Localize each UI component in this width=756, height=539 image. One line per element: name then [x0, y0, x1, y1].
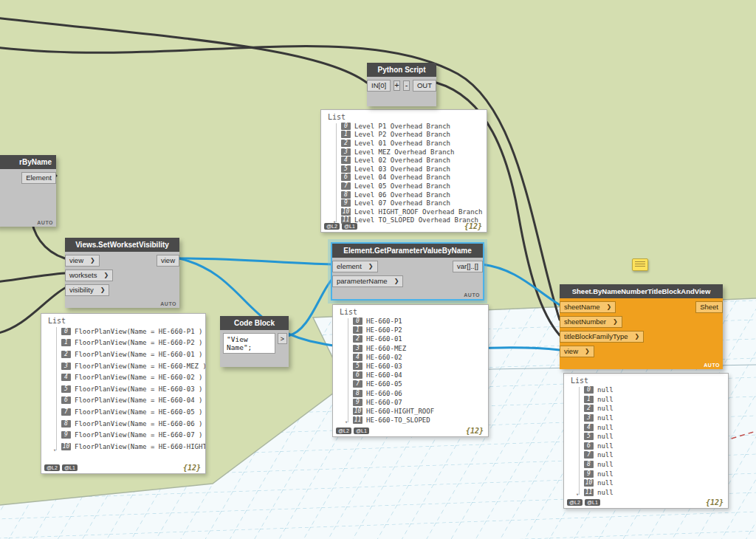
list-item: 2HE-660-01 [353, 334, 488, 343]
port-element-output[interactable]: Element [21, 172, 56, 184]
lacing-level-badge[interactable]: @L1 [342, 223, 357, 230]
dynamo-canvas[interactable]: List 0Level P1 Overhead Branch1Level P2 … [0, 0, 756, 539]
list-item: 3FloorPlanView(Name = HE-660-MEZ ) [61, 360, 205, 372]
preview-bubble-view-names[interactable]: List 0HE-660-P11HE-660-P22HE-660-013HE-6… [332, 304, 489, 437]
node-get-parameter-value-by-name[interactable]: Element.GetParameterValueByName element❯… [332, 244, 483, 299]
list-item: 9Level 07 Overhead Branch [341, 199, 487, 207]
port-parametername-input[interactable]: parameterName❯ [332, 275, 403, 287]
list-item: 10FloorPlanView(Name = HE-660-HIGHT [61, 441, 205, 453]
wire-selected[interactable] [288, 279, 332, 336]
lacing-badge[interactable]: AUTO [464, 292, 480, 298]
preview-bubble-levels[interactable]: List 0Level P1 Overhead Branch1Level P2 … [320, 109, 487, 233]
list-item: 1Level P2 Overhead Branch [341, 131, 487, 140]
item-count: {12} [464, 222, 482, 230]
node-code-block[interactable]: Code Block "View Name"; > [220, 316, 289, 367]
port-element-input[interactable]: element❯ [332, 261, 378, 272]
preview-bubble-floorplans[interactable]: List 0FloorPlanView(Name = HE-660-P1 )1F… [41, 313, 206, 474]
list-item: 11HE-660-TO_SLOPED [353, 416, 488, 425]
remove-input-button[interactable]: - [403, 80, 410, 91]
lacing-level-badge[interactable]: @L2 [336, 428, 351, 434]
list-item: 2Level 01 Overhead Branch [341, 139, 487, 148]
preview-bubble-nulls[interactable]: List 0null1null2null3null4null5null6null… [563, 373, 729, 509]
node-title[interactable]: Element.GetParameterValueByName [332, 244, 483, 258]
lacing-level-badge[interactable]: @L1 [585, 499, 600, 506]
lacing-level-badge[interactable]: @L2 [567, 499, 583, 506]
port-arrow-icon: ❯ [368, 261, 374, 272]
wire-selected[interactable] [179, 258, 332, 264]
list-rows: 0Level P1 Overhead Branch1Level P2 Overh… [321, 122, 487, 224]
list-label: List [564, 374, 728, 385]
lacing-badge[interactable]: AUTO [704, 363, 720, 368]
node-title[interactable]: Python Script [367, 63, 436, 77]
item-count: {12} [466, 427, 484, 435]
list-item: 2null [584, 404, 728, 413]
port-titleblockfamilytype-input[interactable]: titleBlockFamilyType❯ [560, 331, 644, 343]
list-item: 10HE-660-HIGHT_ROOF [353, 407, 488, 416]
node-title[interactable]: Views.SetWorksetVisibility [65, 238, 179, 252]
node-views-set-workset-visibility[interactable]: Views.SetWorksetVisibility view❯ view wo… [65, 238, 179, 308]
port-arrow-icon: ❯ [103, 270, 109, 281]
port-worksets-input[interactable]: worksets❯ [65, 270, 113, 281]
list-item: 5FloorPlanView(Name = HE-660-03 ) [61, 383, 205, 395]
list-item: 1HE-660-P2 [353, 326, 488, 334]
add-input-button[interactable]: + [394, 80, 400, 91]
port-out[interactable]: OUT [413, 80, 436, 92]
list-label: List [41, 314, 205, 326]
list-item: 8FloorPlanView(Name = HE-660-06 ) [61, 418, 205, 430]
port-code-output[interactable]: > [278, 333, 287, 344]
port-view-input[interactable]: view❯ [560, 346, 594, 357]
port-view-output[interactable]: view [157, 255, 179, 267]
list-item: 9null [584, 469, 728, 478]
list-item: 2FloorPlanView(Name = HE-660-01 ) [61, 349, 205, 360]
port-arrow-icon: ❯ [607, 302, 612, 312]
port-sheetnumber-input[interactable]: sheetNumber❯ [560, 316, 622, 328]
list-label: List [333, 305, 488, 317]
port-sheetname-input[interactable]: sheetName❯ [560, 301, 616, 313]
list-item: 8Level 06 Overhead Branch [341, 190, 487, 199]
list-item: 7Level 05 Overhead Branch [341, 182, 487, 190]
port-sheet-output[interactable]: Sheet [695, 301, 723, 313]
list-label: List [321, 110, 487, 122]
list-item: 6FloorPlanView(Name = HE-660-04 ) [61, 395, 205, 407]
list-item: 0FloorPlanView(Name = HE-660-P1 ) [61, 326, 205, 337]
port-arrow-icon: ❯ [100, 285, 106, 295]
node-title[interactable]: rByName [0, 155, 56, 169]
wire[interactable] [0, 18, 367, 83]
list-item: 5Level 03 Overhead Branch [341, 165, 487, 174]
list-item: 0HE-660-P1 [353, 317, 488, 326]
port-view-input[interactable]: view❯ [65, 255, 100, 267]
lacing-level-badge[interactable]: @L2 [44, 464, 60, 471]
port-var-output[interactable]: var[]..[] [453, 261, 483, 272]
port-in0[interactable]: IN[0] [367, 80, 391, 92]
lacing-badge[interactable]: AUTO [37, 220, 53, 225]
lacing-badge[interactable]: AUTO [160, 301, 176, 306]
list-item: 1FloorPlanView(Name = HE-660-P2 ) [61, 337, 205, 349]
wire-selected[interactable] [482, 264, 560, 305]
list-item: 3null [584, 413, 728, 423]
lacing-level-badge[interactable]: @L1 [62, 464, 78, 471]
port-arrow-icon: ❯ [613, 317, 618, 327]
port-visibility-input[interactable]: visibility❯ [65, 284, 109, 296]
item-count: {12} [706, 498, 724, 507]
lacing-level-badge[interactable]: @L2 [324, 223, 340, 230]
code-block-editor[interactable]: "View Name"; [223, 333, 275, 354]
note-icon[interactable] [632, 258, 648, 271]
node-title[interactable]: Sheet.ByNameNumberTitleBlockAndView [560, 284, 723, 298]
node-python-script[interactable]: Python Script IN[0] + - OUT [367, 63, 436, 106]
list-rows: 0FloorPlanView(Name = HE-660-P1 )1FloorP… [41, 326, 205, 453]
list-item: 6HE-660-04 [353, 371, 488, 380]
list-item: 4null [584, 422, 728, 432]
node-title[interactable]: Code Block [220, 316, 289, 330]
node-rbyname-clipped[interactable]: rByName Element AUTO [0, 155, 56, 227]
node-sheet-by-name-number[interactable]: Sheet.ByNameNumberTitleBlockAndView shee… [560, 284, 723, 369]
wire[interactable] [0, 273, 65, 282]
list-item: 7HE-660-05 [353, 380, 488, 388]
list-item: 0null [584, 385, 728, 395]
list-rows: 0null1null2null3null4null5null6null7null… [564, 385, 728, 497]
list-item: 8HE-660-06 [353, 389, 488, 398]
list-item: 7null [584, 450, 728, 460]
port-arrow-icon: ❯ [90, 255, 95, 266]
list-item: 0Level P1 Overhead Branch [341, 122, 487, 131]
lacing-level-badge[interactable]: @L1 [354, 428, 369, 434]
list-item: 7FloorPlanView(Name = HE-660-05 ) [61, 406, 205, 418]
